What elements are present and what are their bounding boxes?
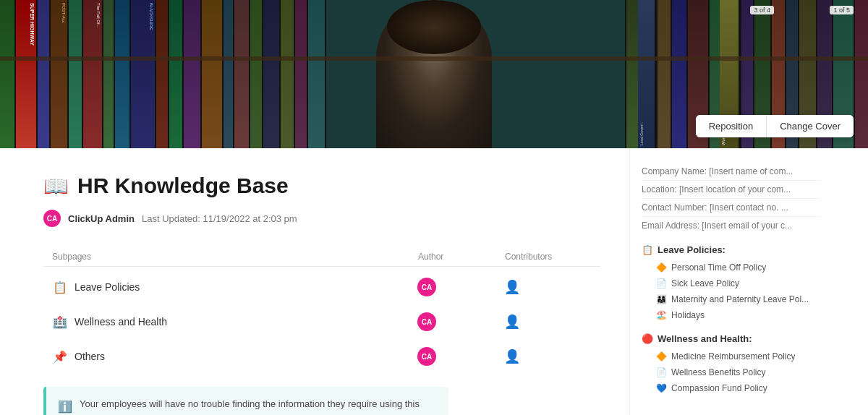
compassion-fund-icon: 💙	[656, 383, 667, 393]
compassion-fund-label: Compassion Fund Policy	[671, 383, 767, 393]
sidebar-item-maternity-leave[interactable]: 👨‍👩‍👧 Maternity and Paternity Leave Pol.…	[642, 291, 820, 307]
leave-section-icon: 📋	[642, 244, 653, 255]
page-title-row: 📖 HR Knowledge Base	[43, 174, 600, 198]
subpage-row-wellness[interactable]: 🏥 Wellness and Health CA 👤	[43, 304, 600, 339]
col-contributors: Contributors	[505, 252, 592, 262]
sidebar: Company Name: [Insert name of com... Loc…	[629, 148, 832, 415]
sidebar-item-compassion-fund[interactable]: 💙 Compassion Fund Policy	[642, 380, 820, 396]
medicine-icon: 🔶	[656, 351, 667, 361]
holidays-icon: 🏖️	[656, 310, 667, 320]
medicine-label: Medicine Reimbursement Policy	[671, 351, 795, 361]
wellness-section-icon: 🔴	[642, 333, 653, 344]
wellness-author-avatar: CA	[417, 312, 436, 331]
wellness-icon: 🏥	[53, 315, 67, 329]
page-badge-2: 1 of 5	[830, 6, 854, 14]
sidebar-item-personal-time-off[interactable]: 🔶 Personal Time Off Policy	[642, 260, 820, 275]
sidebar-item-holidays[interactable]: 🏖️ Holidays	[642, 307, 820, 323]
subpages-list: 📋 Leave Policies CA 👤 🏥 Wellness and Hea…	[43, 270, 600, 374]
leave-policies-author-avatar: CA	[417, 278, 436, 296]
wellness-benefits-label: Wellness Benefits Policy	[671, 367, 766, 377]
sidebar-item-sick-leave[interactable]: 📄 Sick Leave Policy	[642, 275, 820, 291]
callout-icon: ℹ️	[58, 398, 72, 415]
others-author-avatar: CA	[417, 347, 436, 366]
leave-policies-icon: 📋	[53, 281, 67, 294]
leave-section-title: 📋 Leave Policies:	[642, 244, 820, 255]
info-callout: ℹ️ Your employees will have no trouble f…	[43, 387, 448, 415]
sidebar-fields: Company Name: [Insert name of com... Loc…	[642, 163, 820, 234]
page-title-icon: 📖	[43, 174, 69, 198]
sidebar-item-medicine[interactable]: 🔶 Medicine Reimbursement Policy	[642, 348, 820, 364]
author-row: CA ClickUp Admin Last Updated: 11/19/202…	[43, 210, 600, 227]
last-updated: Last Updated: 11/19/2022 at 2:03 pm	[142, 213, 297, 224]
maternity-leave-label: Maternity and Paternity Leave Pol...	[671, 294, 809, 304]
cover-action-buttons: Reposition Change Cover	[696, 115, 854, 137]
wellness-contributor-icon: 👤	[504, 314, 520, 330]
content-area: 📖 HR Knowledge Base CA ClickUp Admin Las…	[0, 148, 629, 415]
reposition-button[interactable]: Reposition	[696, 115, 766, 137]
subpage-row-others[interactable]: 📌 Others CA 👤	[43, 339, 600, 374]
leave-policies-contributor-icon: 👤	[504, 279, 520, 295]
sidebar-item-wellness-benefits[interactable]: 📄 Wellness Benefits Policy	[642, 364, 820, 380]
callout-text: Your employees will have no trouble find…	[80, 397, 437, 415]
subpages-header: Subpages Author Contributors	[43, 247, 600, 267]
maternity-leave-icon: 👨‍👩‍👧	[656, 294, 667, 304]
wellness-benefits-icon: 📄	[656, 367, 667, 377]
company-name-field: Company Name: [Insert name of com...	[642, 163, 820, 181]
sick-leave-label: Sick Leave Policy	[671, 278, 739, 288]
sick-leave-icon: 📄	[656, 278, 667, 288]
sidebar-leave-section: 📋 Leave Policies: 🔶 Personal Time Off Po…	[642, 244, 820, 323]
subpage-row-leave-policies[interactable]: 📋 Leave Policies CA 👤	[43, 270, 600, 304]
change-cover-button[interactable]: Change Cover	[766, 115, 854, 137]
wellness-name: Wellness and Health	[75, 316, 167, 328]
author-name: ClickUp Admin	[68, 213, 135, 224]
wellness-section-title: 🔴 Wellness and Health:	[642, 333, 820, 344]
personal-time-off-label: Personal Time Off Policy	[671, 262, 766, 273]
main-layout: 📖 HR Knowledge Base CA ClickUp Admin Las…	[0, 148, 868, 415]
page-title: HR Knowledge Base	[77, 174, 289, 198]
col-subpages: Subpages	[52, 252, 418, 262]
others-name: Others	[75, 351, 105, 362]
sidebar-wellness-section: 🔴 Wellness and Health: 🔶 Medicine Reimbu…	[642, 333, 820, 396]
contact-field: Contact Number: [Insert contact no. ...	[642, 199, 820, 217]
others-contributor-icon: 👤	[504, 348, 520, 364]
col-author: Author	[418, 252, 505, 262]
author-avatar: CA	[43, 210, 61, 227]
email-field: Email Address: [Insert email of your c..…	[642, 217, 820, 234]
leave-policies-name: Leave Policies	[75, 281, 140, 293]
location-field: Location: [Insert location of your com..…	[642, 181, 820, 199]
cover-image: SUPER HIGHWAY POST-Acc The Fall Of... BL…	[0, 0, 868, 148]
holidays-label: Holidays	[671, 310, 705, 320]
others-icon: 📌	[53, 350, 67, 364]
personal-time-off-icon: 🔶	[656, 262, 667, 273]
page-badge-1: 3 of 4	[750, 6, 774, 14]
